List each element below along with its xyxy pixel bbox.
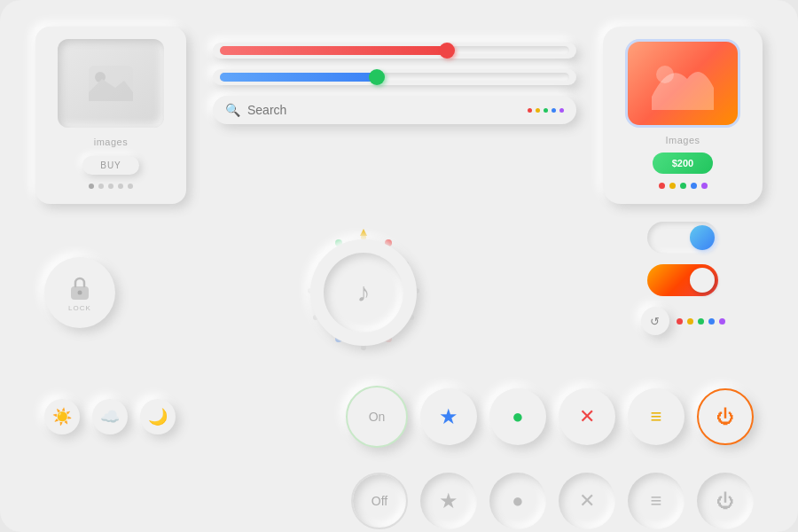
dot: [89, 184, 94, 189]
toggle-gradient[interactable]: [647, 264, 718, 296]
toggle-thumb-gradient: [690, 268, 715, 293]
dot-off-icon: ●: [512, 489, 523, 512]
menu-on-icon: ≡: [651, 405, 662, 428]
dot-on-button[interactable]: ●: [489, 388, 546, 445]
star-on-icon: ★: [439, 404, 458, 429]
on-buttons-group: On ★ ● ✕ ≡ ⏻: [346, 386, 754, 448]
toggle-dots-row: ↺: [641, 307, 725, 335]
star-on-button[interactable]: ★: [420, 388, 477, 445]
image-card-dots: [89, 184, 133, 189]
search-dots: [528, 108, 564, 113]
power-off-button[interactable]: ⏻: [697, 473, 754, 529]
menu-off-icon: ≡: [651, 489, 662, 512]
image-card-right: Images $200: [603, 27, 763, 204]
dot: [98, 184, 104, 189]
off-button[interactable]: Off: [351, 473, 408, 529]
knob-main[interactable]: ♪: [310, 239, 417, 346]
dot: [108, 184, 113, 189]
colored-dots: [659, 183, 708, 189]
app-container: images BUY: [0, 0, 798, 532]
cdot: [691, 183, 697, 189]
slider-thumb-blue[interactable]: [369, 69, 385, 85]
svg-marker-5: [360, 229, 367, 236]
tdot: [698, 318, 704, 325]
power-off-icon: ⏻: [716, 491, 734, 512]
power-on-button[interactable]: ⏻: [697, 388, 754, 445]
toggle-blue[interactable]: [647, 222, 718, 254]
search-bar: 🔍: [213, 96, 576, 124]
image-card-left-label: images: [94, 137, 128, 147]
buy-button[interactable]: BUY: [82, 156, 139, 175]
tdot: [677, 318, 683, 325]
sun-icon-button[interactable]: ☀️: [44, 399, 80, 434]
svg-point-4: [78, 290, 82, 294]
knob-section: LOCK: [35, 213, 594, 372]
image-preview-left: [58, 39, 164, 128]
image-preview-right: [625, 39, 740, 128]
toggles-panel: ↺: [603, 213, 763, 372]
slider-thumb-red[interactable]: [439, 43, 455, 59]
cdot: [701, 183, 708, 189]
refresh-button[interactable]: ↺: [641, 307, 669, 335]
slider-red[interactable]: [220, 46, 569, 55]
image-card-right-label: Images: [665, 135, 700, 145]
dot-off-button[interactable]: ●: [489, 473, 546, 529]
moon-icon-button[interactable]: 🌙: [140, 399, 176, 434]
music-icon: ♪: [357, 278, 371, 308]
search-dot: [536, 108, 540, 113]
on-label: On: [369, 410, 386, 424]
on-button[interactable]: On: [346, 386, 408, 448]
dot: [118, 184, 123, 189]
image-card-left: images BUY: [35, 27, 186, 204]
x-off-button[interactable]: ✕: [559, 473, 615, 529]
search-dot: [544, 108, 548, 113]
dot: [128, 184, 133, 189]
cdot: [659, 183, 665, 189]
volume-knob[interactable]: ♪: [293, 222, 434, 364]
controls-panel: 🔍: [195, 27, 594, 133]
power-on-icon: ⏻: [716, 407, 734, 427]
star-off-button[interactable]: ★: [420, 473, 477, 529]
off-buttons-row: Off ★ ● ✕ ≡ ⏻: [35, 461, 763, 532]
x-on-button[interactable]: ✕: [559, 388, 615, 445]
slider-fill-blue: [220, 73, 377, 82]
slider-container-red: [213, 43, 576, 59]
x-on-icon: ✕: [579, 405, 595, 428]
search-dot: [559, 108, 564, 113]
slider-fill-red: [220, 46, 447, 55]
slider-container-blue: [213, 69, 576, 85]
x-off-icon: ✕: [579, 489, 595, 512]
toggle-dots: [677, 318, 725, 325]
tdot: [687, 318, 693, 325]
cloud-icon-button[interactable]: ☁️: [92, 399, 128, 434]
search-icon: 🔍: [225, 103, 240, 117]
lock-button[interactable]: LOCK: [44, 257, 115, 328]
tdot: [708, 318, 715, 325]
search-dot: [528, 108, 532, 113]
menu-off-button[interactable]: ≡: [628, 473, 685, 529]
menu-on-button[interactable]: ≡: [628, 388, 685, 445]
price-button[interactable]: $200: [653, 153, 713, 174]
slider-blue[interactable]: [220, 73, 569, 82]
off-label: Off: [372, 494, 387, 508]
search-dot: [552, 108, 556, 113]
star-off-icon: ★: [439, 489, 458, 513]
dot-on-icon: ●: [512, 405, 523, 428]
cdot: [669, 183, 676, 189]
lock-label: LOCK: [68, 304, 91, 312]
search-input[interactable]: [247, 103, 520, 117]
main-grid: images BUY: [35, 27, 763, 505]
knob-inner: ♪: [324, 253, 403, 332]
tdot: [719, 318, 725, 325]
row3-panel: ☀️ ☁️ 🌙 On ★ ● ✕: [35, 381, 763, 452]
cdot: [680, 183, 686, 189]
toggle-thumb-blue: [690, 225, 715, 250]
svg-point-2: [656, 66, 674, 83]
